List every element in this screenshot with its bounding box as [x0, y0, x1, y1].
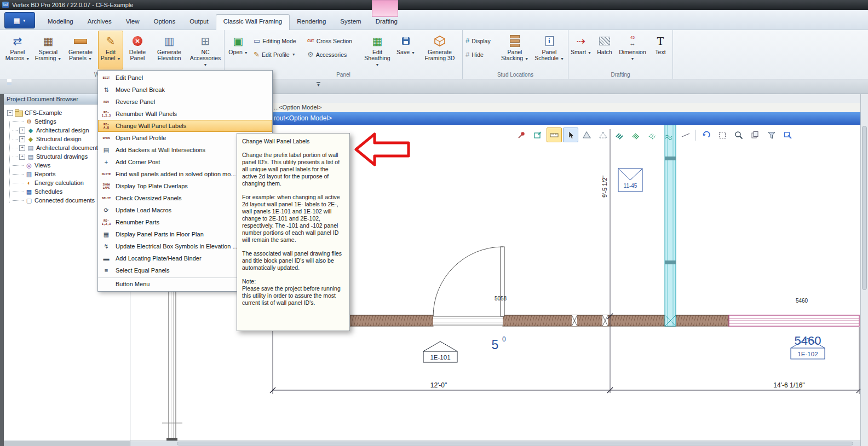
dropdown-caret-icon: ▼ — [117, 57, 120, 61]
special-framing-button[interactable]: ▦ Special Framing ▼ — [33, 31, 63, 69]
tab-system[interactable]: System — [333, 14, 368, 30]
panel-macros-icon: ⇄ — [13, 33, 22, 49]
tab-modeling[interactable]: Modeling — [41, 14, 81, 30]
hatch-style-2-button[interactable] — [629, 128, 644, 142]
hatch-style-4-button[interactable] — [662, 128, 677, 142]
edit-profile-button[interactable]: ✎ Edit Profile ▼ — [252, 49, 304, 60]
zoom-window-icon — [783, 130, 793, 140]
report-icon: ▥ — [25, 171, 33, 178]
generate-panels-button[interactable]: Generate Panels ▼ — [64, 31, 97, 69]
menu-item-change-wall-panel-labels[interactable]: RE- A,B Change Wall Panel Labels — [98, 120, 272, 132]
menu-item-tooltip: Change Wall Panel Labels Change the pref… — [237, 133, 350, 331]
cursor-icon — [566, 130, 576, 140]
expand-expander-icon[interactable]: + — [19, 154, 25, 160]
expand-expander-icon[interactable]: + — [19, 128, 25, 134]
open-button[interactable]: ▣ Open ▼ — [226, 31, 251, 69]
window-width-text: 5460 — [796, 298, 808, 304]
accessories-icon: ⚙ — [307, 50, 314, 59]
save-icon — [402, 33, 410, 49]
edit-panel-icon: ✎ — [106, 33, 116, 49]
filter-button[interactable] — [764, 128, 779, 142]
toolbar-overflow-button[interactable]: ▼ — [317, 82, 320, 87]
application-menu-button[interactable]: ▦ ▼ — [4, 12, 35, 28]
expand-expander-icon[interactable]: + — [19, 136, 25, 142]
panel-stacking-button[interactable]: Panel Stacking ▼ — [499, 31, 531, 69]
line-style-button[interactable] — [678, 128, 693, 142]
tab-rendering[interactable]: Rendering — [290, 14, 333, 30]
tab-view[interactable]: View — [119, 14, 147, 30]
design-icon: ◆ — [27, 136, 35, 143]
measure-button[interactable] — [547, 128, 562, 142]
line-icon — [681, 130, 691, 140]
crop-region-button[interactable] — [715, 128, 730, 142]
generate-elevation-button[interactable]: ▥ Generate Elevation — [152, 31, 187, 69]
door-mark-main-text: 5 — [492, 338, 499, 352]
dimension-button[interactable]: 45 ↔ Dimension ▼ — [617, 31, 648, 69]
group-label-drafting: Drafting — [570, 71, 671, 79]
menu-item-move-panel-break[interactable]: ⇅ Move Panel Break — [98, 84, 272, 96]
group-label-stud-locations: Stud Locations — [464, 71, 567, 79]
zoom-button[interactable] — [731, 128, 746, 142]
hatch-style-3-button[interactable] — [645, 128, 660, 142]
text-button[interactable]: T Text — [649, 31, 671, 69]
app-icon: bd — [2, 2, 9, 8]
display-button[interactable]: # Display — [464, 35, 498, 47]
annotation-arrow — [353, 131, 411, 170]
tooltip-paragraph: Change the prefix label portion of wall … — [242, 152, 344, 187]
copy-icon — [750, 130, 760, 140]
vertical-scrollbar-thumb[interactable] — [862, 126, 867, 290]
tree-connector — [13, 165, 24, 166]
tree-connector — [13, 148, 18, 148]
zoom-window-button[interactable] — [780, 128, 796, 142]
pin-button[interactable] — [514, 128, 529, 142]
generate-framing-3d-button[interactable]: Generate Framing 3D — [418, 31, 461, 69]
renumber-wall-panels-icon: RE- 1,2,3 — [101, 111, 112, 117]
polygon-dashed-button[interactable] — [596, 128, 611, 142]
hatch-style-2-icon — [631, 130, 641, 140]
menu-item-reverse-panel[interactable]: REV Reverse Panel — [98, 96, 272, 108]
horizontal-scrollbar-thumb[interactable] — [177, 442, 853, 445]
save-button[interactable]: Save ▼ — [394, 31, 417, 69]
cross-section-button[interactable]: CUT Cross Section — [306, 35, 360, 47]
expand-expander-icon[interactable]: + — [19, 145, 25, 151]
tab-classic-wall-framing[interactable]: Classic Wall Framing — [216, 14, 290, 30]
text-icon: T — [657, 33, 664, 49]
edit-panel-button[interactable]: ✎ Edit Panel ▼ — [98, 31, 123, 69]
panel-tag-1e102-text: 1E-102 — [797, 351, 818, 357]
nc-accessories-button[interactable]: ⊞ NC Accessories ▼ — [188, 31, 223, 69]
polygon-button[interactable] — [579, 128, 595, 142]
delete-panel-button[interactable]: ✕ Delete Panel — [124, 31, 151, 69]
dropdown-caret-icon: ▼ — [22, 19, 26, 22]
tab-output[interactable]: Output — [182, 14, 216, 30]
collapse-expander-icon[interactable]: − — [7, 110, 13, 116]
panel-schedule-button[interactable]: i Panel Schedule ▼ — [532, 31, 567, 69]
update-load-macros-icon: ⟳ — [101, 207, 112, 214]
tab-archives[interactable]: Archives — [81, 14, 119, 30]
add-corner-post-icon: + — [101, 159, 112, 165]
editing-mode-button[interactable]: ▭ Editing Mode — [252, 35, 304, 47]
panel-tag-1e101-text: 1E-101 — [430, 354, 450, 361]
horizontal-scrollbar[interactable] — [130, 441, 861, 446]
undo-button[interactable] — [698, 128, 714, 142]
hide-button[interactable]: # Hide — [464, 49, 498, 60]
reverse-panel-icon: REV — [101, 100, 112, 103]
edit-sheathing-button[interactable]: ▦ Edit Sheathing ▼ — [361, 31, 393, 69]
window-tag-text: 11-45 — [624, 183, 637, 189]
menu-item-edit-panel[interactable]: EDIT Edit Panel — [98, 72, 272, 84]
tree-guide-line — [9, 121, 10, 202]
tab-options[interactable]: Options — [147, 14, 183, 30]
fit-view-button[interactable] — [530, 128, 545, 142]
menu-item-renumber-wall-panels[interactable]: RE- 1,2,3 Renumber Wall Panels — [98, 108, 272, 120]
accessories-button[interactable]: ⚙ Accessories — [306, 49, 360, 60]
panel-stacking-icon — [510, 33, 520, 49]
dropdown-caret-icon: ▼ — [560, 57, 564, 61]
copy-view-button[interactable] — [748, 128, 763, 142]
hatch-style-1-button[interactable] — [612, 128, 628, 142]
select-cursor-button[interactable] — [563, 128, 578, 142]
hatch-button[interactable]: Hatch — [594, 31, 616, 69]
tree-connector — [13, 200, 24, 201]
panel-macros-button[interactable]: ⇄ Panel Macros ▼ — [3, 31, 32, 69]
edit-profile-icon: ✎ — [254, 50, 260, 59]
vertical-scrollbar[interactable] — [860, 94, 868, 446]
smart-button[interactable]: ⇢ Smart ▼ — [570, 31, 593, 69]
